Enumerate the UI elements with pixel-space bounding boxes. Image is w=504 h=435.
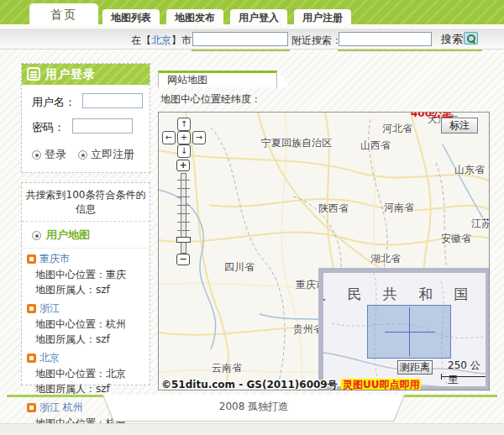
map-province-label: 云南省 [212, 361, 242, 375]
location-city-link[interactable]: 北京 [151, 34, 171, 46]
promo-link[interactable]: 灵图UU即点即用 [341, 379, 422, 390]
password-row: 密码： [32, 118, 150, 135]
map-province-label: 陕西省 [318, 202, 349, 216]
username-field[interactable] [82, 93, 143, 108]
register-radio[interactable] [78, 150, 87, 160]
register-radio-label[interactable]: 立即注册 [91, 147, 134, 162]
map-marker-icon [27, 354, 36, 363]
footer-green-line-left [7, 395, 104, 397]
bullet-circle-icon [32, 231, 41, 240]
map-marker-icon [27, 304, 36, 313]
location-prefix: 在【 [131, 34, 151, 46]
tab-home[interactable]: 首页 [29, 3, 98, 26]
scale-label: 250 公里 [448, 359, 486, 387]
search-results-panel: 共搜索到100条符合条件的信息 用户地图 重庆市 地图中心位置：重庆 地图所属人… [21, 182, 150, 385]
overview-inset-map[interactable]: 人 民 共 和 国 测距离 250 公里 [318, 268, 490, 390]
zoom-tick [177, 222, 190, 223]
pan-up-button[interactable]: ↑ [177, 118, 191, 131]
pan-center-button[interactable]: + [177, 131, 191, 144]
login-actions: 登录 立即注册 [32, 147, 150, 162]
zoom-slider-handle[interactable] [176, 237, 191, 243]
password-field[interactable] [72, 118, 133, 134]
map-canvas[interactable]: 宁夏回族自治区河北省天津市山西省山东省陕西省河南省江苏省安徽省湖北省四川省重庆市… [158, 112, 490, 390]
map-province-label: 四川省 [224, 260, 255, 275]
login-radio[interactable] [32, 150, 41, 160]
map-province-label: 宁夏回族自治区 [261, 136, 332, 150]
location-suffix: 】市 [171, 34, 192, 46]
item-title-text[interactable]: 浙江 [39, 301, 60, 316]
nearby-input[interactable] [339, 32, 432, 46]
item-center-text: 地图中心位置：重庆 [35, 268, 150, 281]
results-summary: 共搜索到100条符合条件的信息 [22, 183, 150, 222]
usermap-section-header: 用户地图 [22, 222, 150, 249]
item-title-text[interactable]: 重庆市 [39, 252, 70, 266]
search-icon[interactable] [464, 32, 478, 45]
footer-green-line-right [403, 395, 497, 397]
tab-map-list[interactable]: 地图列表 [102, 9, 160, 26]
list-item: 重庆市 地图中心位置：重庆 地图所属人：szf [22, 249, 150, 298]
map-province-label: 山西省 [360, 139, 391, 153]
zoom-tick [177, 205, 190, 206]
map-province-label: 河北省 [382, 122, 412, 136]
zoom-tick [177, 180, 190, 181]
map-province-label: 安徽省 [441, 232, 471, 246]
keyword-input[interactable] [192, 32, 288, 46]
pan-right-button[interactable]: → [192, 131, 206, 144]
pan-down-button[interactable]: ↓ [177, 144, 191, 158]
underline-decor [338, 50, 482, 51]
map-province-label: 河南省 [384, 201, 414, 215]
tab-user-login[interactable]: 用户登入 [230, 9, 287, 26]
zoom-tick [177, 188, 190, 189]
usermap-section-title: 用户地图 [46, 228, 90, 243]
crosshair-horizontal [385, 332, 435, 333]
copyright-text: ©51ditu.com - GS(2011)6009号 [161, 379, 338, 390]
document-icon [27, 67, 40, 81]
map-province-label: 山东省 [454, 163, 485, 177]
annotate-button[interactable]: 标注 [441, 118, 478, 134]
item-title-link[interactable]: 重庆市 [27, 252, 150, 266]
top-navigation: 首页 地图列表 地图发布 用户登入 用户注册 [0, 0, 504, 26]
user-login-panel: 用户登录 用户名： 密码： 登录 立即注册 [21, 63, 150, 173]
scale-bar [441, 374, 487, 380]
login-panel-title: 用户登录 [45, 67, 96, 81]
item-title-link[interactable]: 北京 [27, 351, 150, 365]
page-background: 首页 地图列表 地图发布 用户登入 用户注册 在【北京】市 附近搜索： 搜索 用… [0, 0, 504, 435]
list-item: 浙江 地图中心位置：杭州 地图所属人：szf [22, 298, 150, 348]
zoom-in-button[interactable]: + [176, 160, 190, 171]
zoom-out-button[interactable]: − [176, 254, 190, 265]
map-province-label: 江苏省 [471, 217, 490, 231]
measure-distance-button[interactable]: 测距离 [397, 360, 433, 375]
page-footer: 2008 孤独打造 [0, 393, 504, 435]
login-radio-label[interactable]: 登录 [45, 147, 66, 162]
item-owner-text: 地图所属人：szf [35, 333, 150, 346]
item-center-text: 地图中心位置：北京 [35, 367, 150, 380]
item-center-text: 地图中心位置：杭州 [35, 317, 150, 331]
tab-website-map[interactable]: 网站地图 [158, 71, 277, 87]
tab-slant-decor [277, 71, 291, 87]
password-label: 密码： [32, 119, 65, 136]
item-owner-text: 地图所属人：szf [35, 283, 150, 296]
zoom-tick [177, 197, 190, 197]
zoom-tick [177, 213, 190, 214]
nearby-search-label: 附近搜索： [291, 34, 342, 48]
map-center-coords-label: 地图中心位置经纬度： [160, 92, 261, 107]
viewport-rectangle[interactable] [367, 305, 451, 359]
tab-user-register[interactable]: 用户注册 [294, 9, 351, 26]
username-row: 用户名： [32, 93, 150, 110]
footer-trapezoid: 2008 孤独打造 [102, 395, 405, 422]
tab-map-publish[interactable]: 地图发布 [166, 9, 223, 26]
inset-country-text: 人 民 共 和 国 [318, 285, 477, 304]
search-location-label: 在【北京】市 [131, 34, 192, 48]
search-bar: 在【北京】市 附近搜索： 搜索 [0, 28, 504, 50]
map-marker-icon [27, 254, 36, 264]
login-panel-header: 用户登录 [22, 64, 150, 85]
list-item: 北京 地图中心位置：北京 地图所属人：szf [22, 348, 150, 397]
footer-text: 2008 孤独打造 [103, 395, 404, 421]
item-title-text[interactable]: 北京 [39, 351, 60, 365]
map-copyright: ©51ditu.com - GS(2011)6009号 灵图UU即点即用 [161, 378, 421, 390]
username-label: 用户名： [32, 94, 76, 111]
pan-left-button[interactable]: ← [162, 131, 176, 144]
underline-decor [192, 50, 290, 51]
crosshair-vertical [409, 307, 410, 356]
item-title-link[interactable]: 浙江 [27, 301, 150, 316]
